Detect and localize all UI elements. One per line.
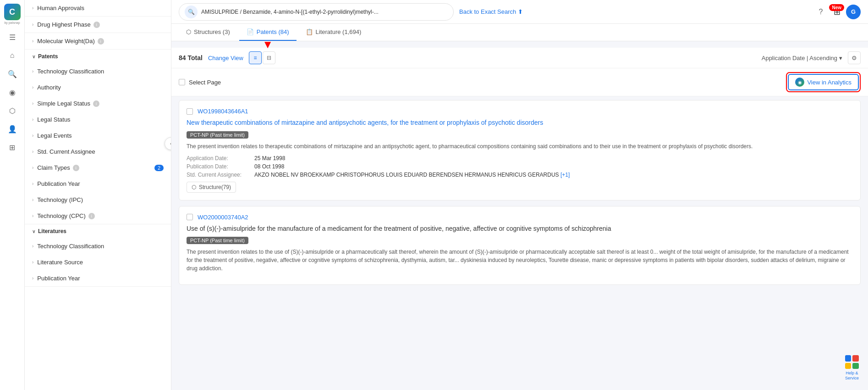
publication-date-value: 08 Oct 1998 [254,163,284,170]
results-bar: 84 Total Change View ≡ ⊟ Application Dat… [171,48,868,68]
patent-id[interactable]: WO2000003740A2 [198,214,248,221]
filter-label: Molecular Weight(Da) [37,38,94,45]
filter-item-lit-literature-source[interactable]: › Literature Source [25,254,171,270]
main-content: 🔍 AMISULPRIDE / Benzamide, 4-amino-N-[(1… [171,0,868,390]
structure-button[interactable]: ⬡ Structure(79) [187,182,236,193]
view-toggle: ≡ ⊟ [249,51,275,64]
filter-item-lit-tech-classification[interactable]: › Technology Classification [25,238,171,254]
nav-molecule-icon[interactable]: ⬡ [4,102,21,119]
patent-checkbox[interactable] [187,214,193,220]
filter-panel: › Human Approvals › Drug Highest Phase i… [25,0,171,390]
logo[interactable]: C by patsnap [4,4,21,24]
list-view-button[interactable]: ≡ [249,51,262,64]
filter-item-simple-legal-status[interactable]: › Simple Legal Status i [25,95,171,111]
assignee-extra-link[interactable]: [+1] [560,172,570,178]
sort-chevron-icon: ▾ [839,55,842,61]
info-icon: i [93,22,100,28]
filter-item-publication-year[interactable]: › Publication Year [25,176,171,192]
chevron-right-icon: › [32,22,33,27]
filter-item-claim-types[interactable]: › Claim Types i 2 [25,160,171,176]
filter-label: Literature Source [37,259,83,266]
tab-literature[interactable]: 📋 Literature (1,694) [298,24,369,41]
patent-title[interactable]: Use of (s)(-)-amisulpride for the manufa… [187,224,853,234]
nav-box-icon[interactable]: ⊞ [4,139,21,156]
nav-chart-icon[interactable]: ◉ [4,84,21,100]
select-row: Select Page ◉ View in Analytics [171,68,868,96]
nav-search-icon[interactable]: 🔍 [4,66,21,82]
filter-section-patents: ∨ Patents › Technology Classification › … [25,50,171,224]
help-label: Help &Service [845,371,859,381]
view-analytics-highlight: ◉ View in Analytics [786,72,861,92]
nav-users-icon[interactable]: 👤 [4,121,21,137]
filter-item-drug-highest-phase[interactable]: › Drug Highest Phase i [25,17,171,33]
change-view-link[interactable]: Change View [208,55,243,61]
logo-tagline: by patsnap [4,21,20,24]
patent-title[interactable]: New therapeutic combinations of mirtazap… [187,118,853,128]
select-page-label: Select Page [189,79,221,86]
help-dot [852,355,859,362]
sort-button[interactable]: Application Date | Ascending ▾ [762,55,842,61]
patent-id[interactable]: WO1998043646A1 [198,108,248,115]
filter-item-technology-ipc[interactable]: › Technology (IPC) [25,192,171,208]
search-box[interactable]: 🔍 AMISULPRIDE / Benzamide, 4-amino-N-[(1… [179,3,454,21]
apps-icon-wrapper[interactable]: ⊞ New [834,7,841,17]
chevron-right-icon: › [32,213,33,218]
filter-item-technology-cpc[interactable]: › Technology (CPC) i [25,208,171,224]
filter-item-legal-status[interactable]: › Legal Status [25,111,171,128]
results-count: 84 Total [179,54,203,61]
select-page-checkbox[interactable] [179,79,185,85]
top-right-icons: ? ⊞ New G [813,5,861,19]
tabs-bar: ⬡ Structures (3) 📄 Patents (84) ▼ 📋 Lite… [171,24,868,41]
question-icon[interactable]: ? [813,5,828,19]
view-analytics-label: View in Analytics [807,79,852,86]
help-dot [845,363,852,369]
filter-label: Publication Year [37,275,80,282]
nav-home-icon[interactable]: ⌂ [4,47,21,64]
filter-item-std-current-assignee[interactable]: › Std. Current Assignee [25,144,171,160]
literatures-section-title[interactable]: ∨ Literatures [25,224,171,238]
back-to-exact-search-link[interactable]: Back to Exact Search ⬆ [459,8,523,15]
filter-label: Simple Legal Status [37,100,90,107]
chevron-right-icon: › [32,244,33,249]
filter-item-authority[interactable]: › Authority [25,79,171,95]
publication-date-label: Publication Date: [187,163,251,170]
icon-sidebar: C by patsnap ☰ ⌂ 🔍 ◉ ⬡ 👤 ⊞ [0,0,25,390]
filter-section-molecular-weight: › Molecular Weight(Da) i [25,33,171,50]
filter-item-tech-classification[interactable]: › Technology Classification [25,63,171,79]
structure-icon: ⬡ [192,184,196,190]
nav-menu-icon[interactable]: ☰ [4,29,21,45]
filter-item-molecular-weight[interactable]: › Molecular Weight(Da) i [25,33,171,49]
tab-structures-label: Structures (3) [194,28,230,35]
patent-meta-row-application: Application Date: 25 Mar 1998 [187,155,853,162]
analytics-icon: ◉ [795,78,804,87]
top-bar: 🔍 AMISULPRIDE / Benzamide, 4-amino-N-[(1… [171,0,868,24]
filter-label: Legal Events [37,132,71,139]
tab-patents[interactable]: 📄 Patents (84) [239,24,297,41]
patent-meta: Application Date: 25 Mar 1998 Publicatio… [187,155,853,178]
status-badge: PCT-NP (Past time limit) [187,237,248,244]
application-date-value: 25 Mar 1998 [254,155,285,162]
tab-structures[interactable]: ⬡ Structures (3) [179,24,237,41]
chevron-right-icon: › [32,197,33,202]
filter-label: Authority [37,84,60,91]
filter-item-human-approvals[interactable]: › Human Approvals [25,0,171,16]
structure-label: Structure(79) [199,184,231,190]
settings-icon[interactable]: ⚙ [848,51,861,64]
patents-section-title[interactable]: ∨ Patents [25,50,171,63]
help-service-button[interactable]: Help &Service [845,355,859,381]
filter-label: Publication Year [37,180,80,187]
literatures-section-label: Literatures [38,228,66,234]
chevron-right-icon: › [32,117,33,122]
filter-label: Claim Types [37,164,70,171]
info-icon: i [88,213,95,219]
status-badge: PCT-NP (Past time limit) [187,131,248,139]
patent-checkbox[interactable] [187,108,193,115]
filter-item-lit-publication-year[interactable]: › Publication Year [25,270,171,286]
grid-view-button[interactable]: ⊟ [263,51,275,64]
user-avatar[interactable]: G [846,5,861,19]
filter-label: Human Approvals [37,5,84,11]
patents-section-label: Patents [38,53,58,60]
view-analytics-button[interactable]: ◉ View in Analytics [788,74,859,90]
filter-label: Technology (IPC) [37,196,83,203]
filter-item-legal-events[interactable]: › Legal Events [25,128,171,144]
